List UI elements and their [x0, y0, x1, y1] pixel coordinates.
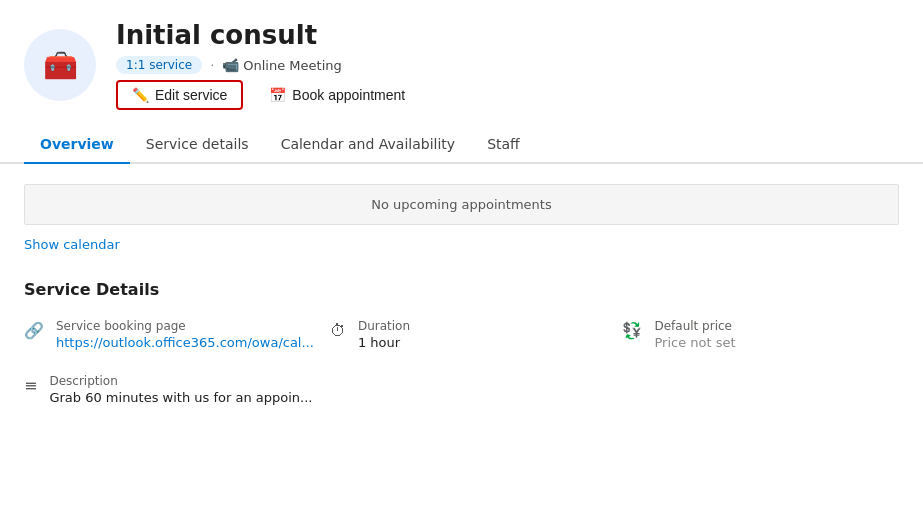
- service-badges: 1:1 service · 📹 Online Meeting: [116, 56, 419, 74]
- tab-overview[interactable]: Overview: [24, 126, 130, 164]
- tab-service-details[interactable]: Service details: [130, 126, 265, 164]
- service-details-grid: 🔗 Service booking page https://outlook.o…: [24, 319, 899, 405]
- briefcase-icon: 🧰: [43, 49, 78, 82]
- tab-calendar[interactable]: Calendar and Availability: [265, 126, 472, 164]
- price-value: Price not set: [654, 335, 735, 350]
- link-icon: 🔗: [24, 321, 44, 340]
- clock-icon: ⏱: [330, 321, 346, 340]
- booking-page-value[interactable]: https://outlook.office365.com/owa/cal...: [56, 335, 314, 350]
- header-info: Initial consult 1:1 service · 📹 Online M…: [116, 20, 419, 110]
- service-type-badge: 1:1 service: [116, 56, 202, 74]
- show-calendar-link[interactable]: Show calendar: [24, 237, 120, 252]
- meeting-label: Online Meeting: [243, 58, 341, 73]
- price-icon: 💱: [622, 321, 642, 340]
- service-details-section: Service Details 🔗 Service booking page h…: [24, 280, 899, 405]
- edit-service-button[interactable]: ✏️ Edit service: [116, 80, 243, 110]
- nav-tabs: Overview Service details Calendar and Av…: [0, 126, 923, 164]
- dot-separator: ·: [210, 58, 214, 73]
- tab-staff[interactable]: Staff: [471, 126, 536, 164]
- calendar-icon: 📅: [269, 87, 286, 103]
- price-label: Default price: [654, 319, 735, 333]
- edit-service-label: Edit service: [155, 87, 227, 103]
- avatar: 🧰: [24, 29, 96, 101]
- no-appointments-banner: No upcoming appointments: [24, 184, 899, 225]
- detail-booking-page: 🔗 Service booking page https://outlook.o…: [24, 319, 314, 350]
- page-header: 🧰 Initial consult 1:1 service · 📹 Online…: [0, 0, 923, 126]
- no-appointments-text: No upcoming appointments: [371, 197, 551, 212]
- detail-duration: ⏱ Duration 1 hour: [330, 319, 607, 350]
- edit-icon: ✏️: [132, 87, 149, 103]
- content-area: No upcoming appointments Show calendar S…: [0, 184, 923, 405]
- duration-label: Duration: [358, 319, 410, 333]
- video-icon: 📹: [222, 57, 239, 73]
- description-value: Grab 60 minutes with us for an appoin...: [49, 390, 312, 405]
- header-actions: ✏️ Edit service 📅 Book appointment: [116, 80, 419, 110]
- detail-price: 💱 Default price Price not set: [622, 319, 899, 350]
- book-appointment-label: Book appointment: [292, 87, 405, 103]
- description-label: Description: [49, 374, 312, 388]
- detail-description: ≡ Description Grab 60 minutes with us fo…: [24, 374, 314, 405]
- page-title: Initial consult: [116, 20, 419, 50]
- service-details-title: Service Details: [24, 280, 899, 299]
- meeting-type-badge: 📹 Online Meeting: [222, 57, 341, 73]
- lines-icon: ≡: [24, 376, 37, 395]
- duration-value: 1 hour: [358, 335, 410, 350]
- booking-page-label: Service booking page: [56, 319, 314, 333]
- book-appointment-button[interactable]: 📅 Book appointment: [255, 82, 419, 108]
